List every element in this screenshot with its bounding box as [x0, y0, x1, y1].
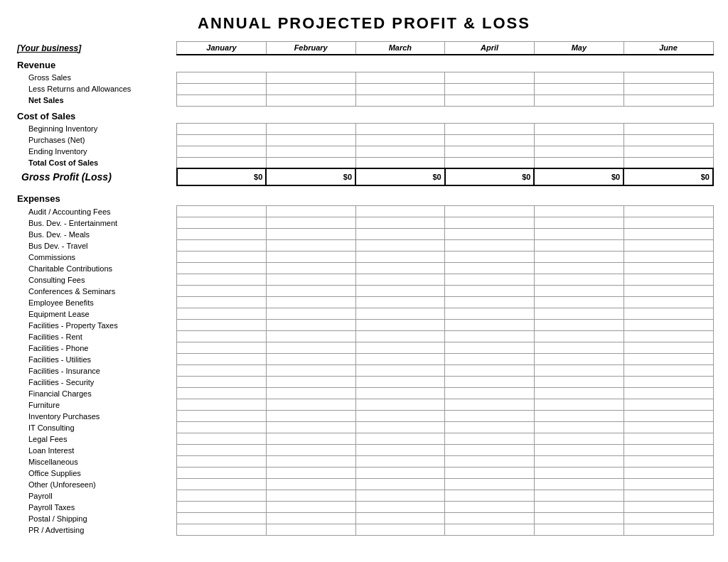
col-header-apr: April: [445, 42, 535, 55]
table-row: Ending Inventory: [14, 146, 713, 157]
col-header-may: May: [534, 42, 623, 55]
col-header-feb: February: [266, 42, 355, 55]
page-title: ANNUAL PROJECTED PROFIT & LOSS: [14, 14, 714, 33]
table-row: Payroll: [14, 490, 713, 502]
table-row: Miscellaneous: [14, 456, 713, 468]
table-row: Facilities - Security: [14, 377, 713, 388]
table-row: Net Sales: [14, 94, 713, 106]
section-header-row: Expenses: [14, 189, 713, 206]
table-row: Office Supplies: [14, 468, 713, 479]
table-row: Commissions: [14, 252, 713, 263]
table-row: Loan Interest: [14, 445, 713, 456]
table-row: Legal Fees: [14, 433, 713, 445]
table-row: Charitable Contributions: [14, 263, 713, 274]
gross-profit-row: Gross Profit (Loss)$0$0$0$0$0$0: [14, 168, 713, 185]
table-row: Purchases (Net): [14, 134, 713, 146]
table-row: Beginning Inventory: [14, 123, 713, 134]
table-row: Facilities - Property Taxes: [14, 320, 713, 331]
table-row: Payroll Taxes: [14, 502, 713, 513]
table-row: Postal / Shipping: [14, 513, 713, 524]
table-row: Conferences & Seminars: [14, 286, 713, 297]
table-row: Bus Dev. - Travel: [14, 240, 713, 252]
table-row: Audit / Accounting Fees: [14, 206, 713, 217]
business-label: [Your business]: [17, 43, 81, 53]
table-row: Bus. Dev. - Entertainment: [14, 217, 713, 229]
col-header-jun: June: [623, 42, 713, 55]
col-header-mar: March: [355, 42, 445, 55]
table-row: IT Consulting: [14, 422, 713, 433]
table-row: Gross Sales: [14, 72, 713, 83]
table-row: Facilities - Phone: [14, 342, 713, 354]
table-row: Facilities - Insurance: [14, 365, 713, 377]
table-row: Bus. Dev. - Meals: [14, 229, 713, 240]
table-row: PR / Advertising: [14, 524, 713, 536]
table-row: Inventory Purchases: [14, 411, 713, 422]
section-header-row: Cost of Sales: [14, 106, 713, 123]
table-row: Facilities - Utilities: [14, 354, 713, 365]
table-row: Total Cost of Sales: [14, 157, 713, 168]
table-row: Equipment Lease: [14, 308, 713, 320]
table-row: Less Returns and Allowances: [14, 83, 713, 94]
table-row: Facilities - Rent: [14, 331, 713, 342]
profit-loss-table: [Your business] January February March A…: [14, 41, 714, 536]
col-header-jan: January: [177, 42, 267, 55]
table-row: Employee Benefits: [14, 297, 713, 308]
table-row: Other (Unforeseen): [14, 479, 713, 490]
table-row: Furniture: [14, 399, 713, 411]
table-row: Financial Charges: [14, 388, 713, 399]
table-row: Consulting Fees: [14, 274, 713, 286]
section-header-row: Revenue: [14, 55, 713, 72]
